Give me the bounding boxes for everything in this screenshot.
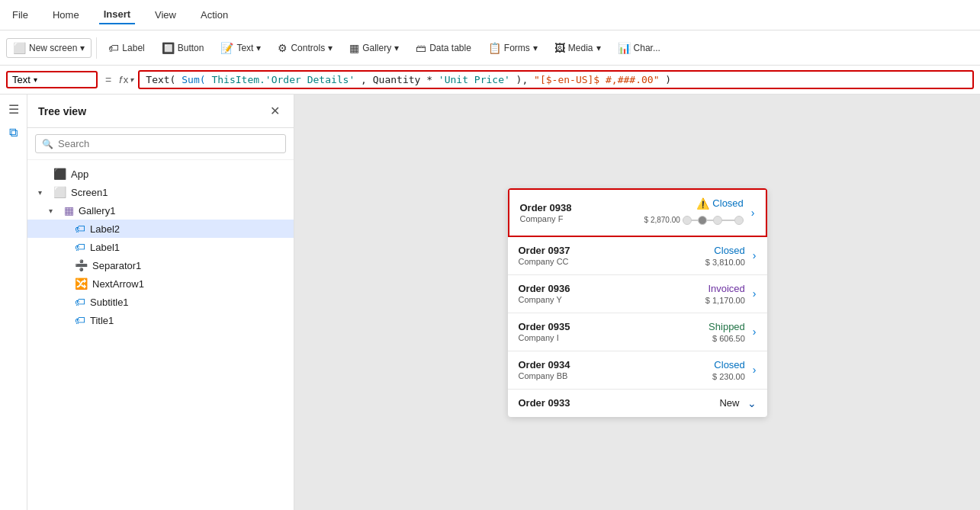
text-icon: 📝 [220,42,233,54]
title1-icon: 🏷 [75,314,85,326]
status-area-0937: Closed $ 3,810.00 [705,245,745,267]
menu-action[interactable]: Action [196,6,233,24]
tree-item-title1[interactable]: 🏷 Title1 [27,311,294,329]
warning-icon-0938: ⚠️ [696,197,709,210]
slider-dot4-0938 [734,216,744,225]
text-btn-label: Text [236,43,253,53]
media-button[interactable]: 🖼 Media ▾ [548,38,608,58]
gallery-chevron-icon: ▾ [394,43,399,53]
formula-equals: = [102,74,114,86]
menu-view[interactable]: View [150,6,181,24]
row-left-0936: Order 0936 Company Y [519,283,705,304]
new-screen-button[interactable]: ⬜ New screen ▾ [6,38,92,58]
order-number-0937: Order 0937 [519,245,705,256]
menu-insert[interactable]: Insert [99,5,135,24]
tree-item-label1[interactable]: 🏷 Label1 [27,238,294,256]
gallery-row-0933[interactable]: Order 0933 New ⌄ [508,390,767,417]
app-icon: ⬛ [53,168,66,180]
label-icon: 🏷 [108,42,119,54]
formula-text-multiply: * [426,74,432,85]
tree-item-nextarrow1[interactable]: 🔀 NextArrow1 [27,274,294,293]
data-table-button[interactable]: 🗃 Data table [409,38,478,58]
subtitle1-label: Subtitle1 [90,297,129,308]
label2-label: Label2 [90,223,120,235]
formula-text-unitprice: 'Unit Price' [439,74,510,85]
screen1-expand-icon: ▾ [38,188,49,197]
search-input[interactable] [58,138,279,149]
formula-text-thisitem: ThisItem.'Order Details' [211,74,355,85]
gallery1-expand-icon: ▾ [49,207,59,215]
tree-search-area: 🔍 [27,128,294,160]
status-0935: Shipped [708,321,745,332]
new-screen-label: New screen [29,43,77,53]
new-screen-chevron-icon: ▾ [80,43,85,53]
text-button[interactable]: 📝 Text ▾ [214,38,268,58]
tree-close-button[interactable]: ✕ [267,102,283,120]
tree-panel: Tree view ✕ 🔍 ⬛ App ▾ ⬜ Screen1 [27,95,294,510]
slider-track-0938[interactable] [683,213,744,228]
formula-fx-button[interactable]: fx ▾ [119,74,133,85]
data-table-icon: 🗃 [416,42,426,54]
chevron-0933: ⌄ [747,397,757,409]
gallery-button[interactable]: ▦ Gallery ▾ [342,38,406,58]
amount-0935: $ 606.50 [712,334,745,343]
label-btn-label: Label [122,43,144,53]
gallery-row-0937[interactable]: Order 0937 Company CC Closed $ 3,810.00 … [508,237,767,275]
forms-icon: 📋 [488,42,501,54]
label1-label: Label1 [90,242,120,253]
main-area: ☰ ⧉ Tree view ✕ 🔍 ⬛ App ▾ ⬜ Scr [0,95,980,510]
tree-item-label2[interactable]: 🏷 Label2 [27,220,294,238]
gallery-row-0935[interactable]: Order 0935 Company I Shipped $ 606.50 › [508,313,767,351]
slider-dot3-0938 [713,216,722,225]
status-area-0935: Shipped $ 606.50 [708,321,745,343]
status-area-0934: Closed $ 230.00 [712,359,745,381]
tree-item-subtitle1[interactable]: 🏷 Subtitle1 [27,293,294,311]
formula-input[interactable]: Text( Sum( ThisItem.'Order Details' , Qu… [138,70,974,89]
formula-text-close-paren: ), [516,74,529,85]
company-0937: Company CC [519,257,705,266]
toolbar-divider-1 [96,37,97,59]
amount-0934: $ 230.00 [712,372,745,381]
fx-x: x [124,74,129,85]
tree-item-gallery1[interactable]: ▾ ▦ Gallery1 [27,201,294,220]
gallery-row-0938[interactable]: Order 0938 Company F ⚠️ Closed $ 2,870.0… [508,188,767,237]
controls-button[interactable]: ⚙ Controls ▾ [271,38,339,58]
formula-text-sum: Sum( [182,74,205,85]
status-0937: Closed [714,245,744,256]
formula-selector[interactable]: Text ▾ [6,71,98,88]
button-btn-label: Button [178,43,204,53]
menu-home[interactable]: Home [48,6,84,24]
search-box[interactable]: 🔍 [35,134,286,153]
formula-selector-label: Text [12,74,31,85]
tree-item-separator1[interactable]: ➗ Separator1 [27,256,294,274]
data-table-btn-label: Data table [429,43,471,53]
screen1-label: Screen1 [71,187,108,198]
fx-chevron-icon: ▾ [130,75,133,84]
tree-body: ⬛ App ▾ ⬜ Screen1 ▾ ▦ Gallery1 🏷 Label2 [27,160,294,510]
gallery-icon: ▦ [349,42,359,54]
gallery-row-0936[interactable]: Order 0936 Company Y Invoiced $ 1,170.00… [508,275,767,313]
menu-file[interactable]: File [8,6,33,24]
company-0935: Company I [519,333,709,342]
label-button[interactable]: 🏷 Label [101,38,151,58]
status-0938: Closed [712,197,743,209]
chart-btn-label: Char... [634,43,660,53]
tree-header: Tree view ✕ [27,95,294,128]
status-0933: New [719,397,739,409]
order-number-0933: Order 0933 [519,397,720,409]
tree-item-app[interactable]: ⬛ App [27,165,294,183]
chevron-0938: › [751,207,755,219]
status-area-0936: Invoiced $ 1,170.00 [705,283,745,305]
title1-label: Title1 [90,315,114,326]
chart-button[interactable]: 📊 Char... [611,38,667,58]
tree-item-screen1[interactable]: ▾ ⬜ Screen1 [27,183,294,201]
gallery-row-0934[interactable]: Order 0934 Company BB Closed $ 230.00 › [508,351,767,390]
chevron-0936: › [753,287,757,300]
button-button[interactable]: 🔲 Button [155,38,211,58]
sidebar-toggle[interactable]: ☰ ⧉ [0,95,27,510]
app-label: App [71,168,88,180]
screen-icon: ⬜ [53,186,66,198]
new-screen-icon: ⬜ [13,42,26,54]
label2-icon: 🏷 [75,223,85,235]
forms-button[interactable]: 📋 Forms ▾ [481,38,545,58]
